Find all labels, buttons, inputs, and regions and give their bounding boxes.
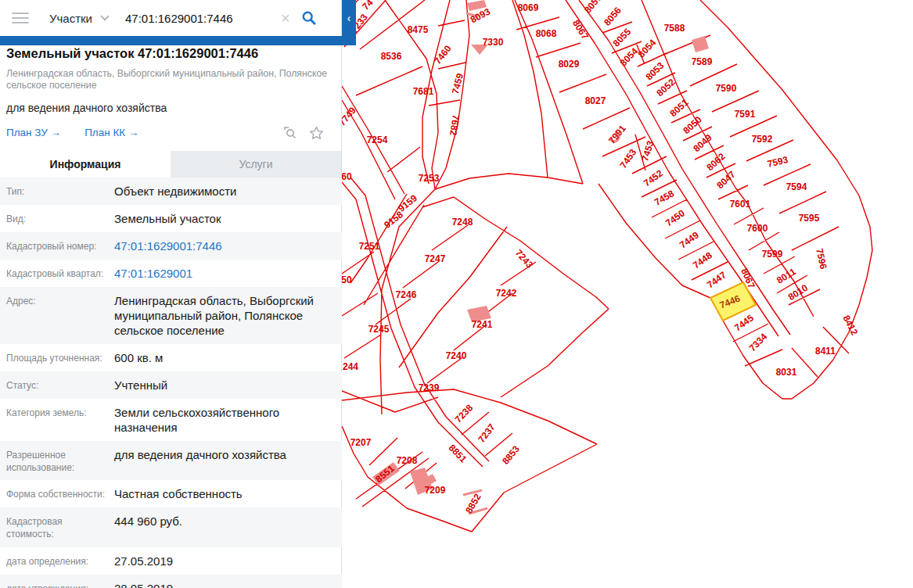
parcel-label[interactable]: 7445: [732, 312, 756, 333]
parcel-address-subtitle: Ленинградская область, Выборгский муници…: [6, 68, 335, 92]
parcel-label[interactable]: 7247: [425, 253, 446, 264]
row-label: Разрешенное использование:: [0, 447, 114, 474]
parcel-label[interactable]: 7460: [432, 43, 454, 66]
parcel-label[interactable]: 7453: [639, 139, 656, 163]
parcel-label[interactable]: 7596: [814, 247, 829, 270]
row-label: Кадастровый квартал:: [0, 266, 114, 281]
search-category-select[interactable]: Участки: [49, 12, 108, 25]
parcel-label[interactable]: 7681: [413, 86, 434, 97]
parcel-label[interactable]: 7450: [663, 207, 687, 228]
plan-kk-link[interactable]: План КК →: [84, 127, 138, 138]
parcel-label[interactable]: 7239: [419, 382, 440, 393]
parcel-label[interactable]: 7243: [513, 247, 535, 270]
parcel-label[interactable]: 7595: [799, 213, 820, 224]
parcel-label[interactable]: 7452: [642, 167, 665, 188]
parcel-label[interactable]: 8069: [518, 2, 539, 13]
zoom-to-object-icon[interactable]: [283, 126, 298, 139]
search-icon[interactable]: [301, 10, 317, 26]
tab-services[interactable]: Услуги: [171, 151, 341, 177]
parcel-label[interactable]: 7448: [691, 249, 714, 271]
parcel-label[interactable]: 7447: [705, 269, 728, 290]
row-value: Учтенный: [114, 378, 335, 393]
chevron-down-icon: [100, 12, 109, 20]
parcel-label[interactable]: 244: [343, 361, 358, 372]
row-label: Форма собственности:: [0, 486, 114, 501]
parcel-label[interactable]: 7237: [476, 421, 498, 445]
parcel-label[interactable]: 8536: [381, 51, 402, 62]
info-panel: Участки × Земельный участок 47:01:162900…: [0, 0, 342, 588]
row-value-link[interactable]: 47:01:1629001: [114, 266, 335, 281]
parcel-label[interactable]: 7248: [452, 217, 473, 228]
parcel-label[interactable]: 7588: [664, 23, 685, 34]
parcel-label[interactable]: 7209: [425, 485, 446, 496]
parcel-label[interactable]: 7682: [448, 114, 462, 137]
info-row: Статус:Учтенный: [0, 371, 342, 399]
parcel-label[interactable]: 8052: [654, 77, 677, 99]
parcel-label[interactable]: 7251: [359, 241, 380, 252]
parcel-label[interactable]: 8411: [815, 346, 836, 357]
parcel-label[interactable]: 7458: [652, 188, 676, 208]
parcel-label[interactable]: 7593: [766, 154, 789, 170]
parcel-label[interactable]: 7600: [747, 223, 768, 234]
search-input[interactable]: [125, 12, 278, 25]
parcel-label[interactable]: 8853: [500, 443, 522, 467]
parcel-label[interactable]: 8031: [776, 367, 797, 378]
row-label: Статус:: [0, 378, 114, 393]
row-value: 600 кв. м: [114, 350, 335, 365]
parcel-label[interactable]: 7334: [747, 331, 770, 353]
row-label: Кадастровая стоимость:: [0, 514, 114, 540]
row-value-link[interactable]: 47:01:1629001:7446: [114, 238, 335, 253]
cadastral-map[interactable]: 7472338475853674607459768176827749725472…: [342, 0, 913, 588]
parcel-label[interactable]: 7589: [692, 56, 713, 67]
row-label: Площадь уточненная:: [0, 350, 114, 365]
parcel-label[interactable]: 8068: [536, 28, 557, 39]
info-row: Форма собственности:Частная собственност…: [0, 480, 342, 507]
parcel-label[interactable]: 7242: [496, 288, 517, 299]
parcel-label[interactable]: 8851: [447, 443, 469, 465]
menu-icon[interactable]: [12, 9, 29, 27]
favorite-star-icon[interactable]: [309, 126, 324, 140]
tab-information[interactable]: Информация: [0, 151, 171, 177]
parcel-label[interactable]: 7330: [483, 37, 504, 48]
parcel-label[interactable]: 8475: [408, 24, 429, 35]
parcel-label[interactable]: 8057: [582, 0, 604, 16]
panel-collapse-button[interactable]: ‹: [342, 0, 356, 45]
info-row: Площадь уточненная:600 кв. м: [0, 344, 342, 371]
parcel-label[interactable]: 7246: [396, 289, 417, 300]
parcel-usage: для ведения дачного хозяйства: [6, 102, 330, 114]
row-value: 28.05.2019: [114, 581, 335, 588]
parcel-label[interactable]: 8067: [570, 18, 591, 41]
parcel-label[interactable]: 7245: [368, 324, 390, 335]
parcel-label[interactable]: 7207: [350, 437, 372, 448]
parcel-label[interactable]: 74: [360, 0, 376, 13]
parcel-label[interactable]: 7240: [446, 350, 467, 361]
parcel-label[interactable]: 50: [342, 274, 352, 285]
parcel-label[interactable]: 8027: [585, 95, 606, 106]
parcel-label[interactable]: 7254: [367, 134, 388, 145]
parcel-label[interactable]: 8412: [841, 314, 861, 337]
parcel-label[interactable]: 7599: [762, 249, 783, 260]
parcel-label[interactable]: 8056: [602, 5, 624, 28]
parcel-label[interactable]: 7253: [419, 173, 440, 184]
clear-search-icon[interactable]: ×: [281, 10, 290, 26]
parcel-label[interactable]: 7238: [453, 402, 476, 425]
row-label: Тип:: [0, 184, 114, 199]
parcel-label[interactable]: 7591: [735, 109, 756, 120]
parcel-label[interactable]: 8054: [636, 37, 659, 59]
parcel-label[interactable]: 7453: [618, 147, 639, 170]
parcel-label[interactable]: 7601: [730, 199, 751, 210]
parcel-label[interactable]: 7241: [472, 319, 493, 330]
parcel-label[interactable]: 7991: [606, 123, 628, 146]
parcel-label[interactable]: 8029: [559, 59, 580, 70]
parcel-label[interactable]: 7594: [786, 181, 807, 192]
parcel-label[interactable]: 7590: [716, 83, 737, 94]
info-row: Кадастровая стоимость:444 960 руб.: [0, 507, 342, 547]
parcel-label[interactable]: 7592: [752, 134, 773, 145]
parcel-label[interactable]: 7208: [397, 455, 418, 466]
parcel-label[interactable]: 7449: [678, 229, 701, 250]
parcel-label[interactable]: 60: [342, 171, 352, 182]
parcel-label[interactable]: 7459: [450, 72, 466, 95]
info-row: Категория земель:Земли сельскохозяйствен…: [0, 399, 342, 441]
info-row: Кадастровый квартал:47:01:1629001: [0, 260, 342, 287]
plan-zu-link[interactable]: План ЗУ →: [6, 127, 61, 138]
